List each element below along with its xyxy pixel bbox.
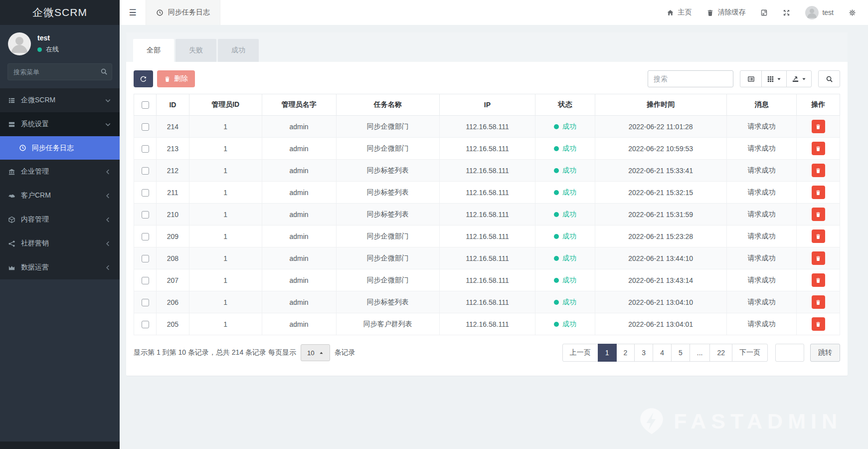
search-toggle-button[interactable] bbox=[818, 70, 840, 87]
row-delete-button[interactable] bbox=[812, 295, 825, 309]
jump-page-input[interactable] bbox=[775, 344, 804, 362]
server-icon bbox=[8, 121, 15, 128]
table-search-input[interactable] bbox=[648, 70, 733, 87]
row-checkbox[interactable] bbox=[142, 321, 149, 328]
row-checkbox[interactable] bbox=[142, 233, 149, 240]
watermark-text: FASTADMIN bbox=[674, 409, 842, 434]
page-size-dropdown[interactable]: 10 bbox=[301, 344, 330, 361]
row-delete-button[interactable] bbox=[812, 186, 825, 199]
cell-id: 209 bbox=[157, 225, 189, 247]
sidebar-item-system-settings[interactable]: 系统设置 bbox=[0, 112, 120, 136]
cell-admin-id: 1 bbox=[189, 160, 262, 182]
cell-admin-name: admin bbox=[262, 269, 336, 291]
row-checkbox[interactable] bbox=[142, 277, 149, 284]
row-checkbox[interactable] bbox=[142, 145, 149, 153]
language-button[interactable] bbox=[760, 9, 768, 16]
status-label: 成功 bbox=[562, 298, 576, 307]
refresh-button[interactable] bbox=[134, 70, 153, 87]
sidebar-item-community[interactable]: 社群营销 bbox=[0, 231, 120, 255]
brand-logo[interactable]: 企微SCRM bbox=[0, 0, 120, 25]
page-button[interactable]: 3 bbox=[634, 344, 653, 362]
trash-icon bbox=[706, 9, 714, 16]
cell-id: 206 bbox=[157, 291, 189, 313]
user-menu[interactable]: test bbox=[805, 6, 834, 19]
sidebar-item-enterprise[interactable]: 企业管理 bbox=[0, 160, 120, 184]
row-delete-button[interactable] bbox=[812, 208, 825, 221]
row-delete-button[interactable] bbox=[812, 273, 825, 287]
jump-button[interactable]: 跳转 bbox=[810, 344, 840, 362]
settings-button[interactable] bbox=[849, 9, 856, 16]
row-checkbox[interactable] bbox=[142, 211, 149, 219]
column-header-task[interactable]: 任务名称 bbox=[336, 94, 439, 116]
column-header-time[interactable]: 操作时间 bbox=[595, 94, 726, 116]
menu-search-input[interactable] bbox=[7, 63, 112, 80]
row-delete-button[interactable] bbox=[812, 317, 825, 331]
column-header-status[interactable]: 状态 bbox=[535, 94, 595, 116]
prev-page-button[interactable]: 上一页 bbox=[562, 344, 598, 362]
column-header-message[interactable]: 消息 bbox=[726, 94, 797, 116]
row-delete-button[interactable] bbox=[812, 251, 825, 265]
page-button[interactable]: 1 bbox=[598, 344, 617, 362]
grid-icon bbox=[767, 75, 774, 83]
toggle-view-button[interactable] bbox=[740, 70, 762, 87]
next-page-button[interactable]: 下一页 bbox=[732, 344, 768, 362]
main-content: 全部 失败 成功 删除 bbox=[120, 25, 868, 449]
panel-tabs: 全部 失败 成功 bbox=[126, 32, 848, 62]
row-delete-button[interactable] bbox=[812, 142, 825, 155]
sidebar-item-label: 客户CRM bbox=[21, 191, 99, 200]
column-header-admin-name[interactable]: 管理员名字 bbox=[262, 94, 336, 116]
column-header-admin-id[interactable]: 管理员ID bbox=[189, 94, 262, 116]
row-checkbox[interactable] bbox=[142, 123, 149, 131]
columns-button[interactable] bbox=[761, 70, 787, 87]
column-header-id[interactable]: ID bbox=[157, 94, 189, 116]
status-badge: 成功 bbox=[554, 232, 576, 241]
page-button[interactable]: 2 bbox=[616, 344, 635, 362]
trash-icon bbox=[815, 233, 821, 239]
tab-all[interactable]: 全部 bbox=[133, 39, 174, 62]
cell-task: 同步企微部门 bbox=[336, 247, 439, 269]
page-size-value: 10 bbox=[307, 349, 315, 357]
tab-failed[interactable]: 失败 bbox=[175, 39, 216, 62]
cell-ip: 112.16.58.111 bbox=[439, 116, 535, 138]
page-button[interactable]: 5 bbox=[671, 344, 690, 362]
sidebar-item-data-ops[interactable]: 数据运营 bbox=[0, 255, 120, 279]
row-checkbox[interactable] bbox=[142, 189, 149, 197]
row-delete-button[interactable] bbox=[812, 229, 825, 243]
sidebar: 企微SCRM test 在线 企微SCRM 系统设置 同步任务日志 bbox=[0, 0, 120, 449]
chevron-left-icon bbox=[104, 216, 112, 224]
select-all-checkbox[interactable] bbox=[142, 101, 149, 109]
tab-sync-task-log[interactable]: 同步任务日志 bbox=[146, 0, 220, 25]
sidebar-toggle-button[interactable]: ☰ bbox=[120, 0, 146, 25]
page-button[interactable]: 22 bbox=[709, 344, 732, 362]
sidebar-item-qiwei-scrm[interactable]: 企微SCRM bbox=[0, 88, 120, 112]
sidebar-item-content[interactable]: 内容管理 bbox=[0, 208, 120, 231]
cell-ip: 112.16.58.111 bbox=[439, 204, 535, 225]
row-checkbox[interactable] bbox=[142, 299, 149, 306]
row-checkbox[interactable] bbox=[142, 167, 149, 175]
cell-message: 请求成功 bbox=[726, 138, 797, 160]
table-row: 209 1 admin 同步企微部门 112.16.58.111 成功 2022… bbox=[134, 225, 840, 247]
sidebar-item-sync-task-log[interactable]: 同步任务日志 bbox=[0, 136, 120, 160]
sidebar-item-customer-crm[interactable]: 客户CRM bbox=[0, 184, 120, 208]
user-status: 在线 bbox=[37, 45, 59, 54]
row-checkbox[interactable] bbox=[142, 255, 149, 262]
clear-cache-link[interactable]: 清除缓存 bbox=[706, 8, 745, 17]
cell-admin-name: admin bbox=[262, 313, 336, 335]
fullscreen-button[interactable] bbox=[783, 9, 790, 16]
status-badge: 成功 bbox=[554, 144, 576, 153]
select-all-cell bbox=[134, 94, 157, 116]
column-header-ip[interactable]: IP bbox=[439, 94, 535, 116]
delete-button[interactable]: 删除 bbox=[157, 70, 195, 87]
export-button[interactable] bbox=[786, 70, 812, 87]
row-delete-button[interactable] bbox=[812, 120, 825, 133]
column-header-actions[interactable]: 操作 bbox=[797, 94, 840, 116]
page-button[interactable]: 4 bbox=[653, 344, 672, 362]
table-row: 207 1 admin 同步企微部门 112.16.58.111 成功 2022… bbox=[134, 269, 840, 291]
chevron-left-icon bbox=[104, 168, 112, 176]
tab-success[interactable]: 成功 bbox=[218, 39, 259, 62]
cell-actions bbox=[797, 160, 840, 182]
th-list-icon bbox=[8, 97, 15, 104]
home-link[interactable]: 主页 bbox=[667, 8, 692, 17]
toolbar-right bbox=[648, 70, 840, 87]
row-delete-button[interactable] bbox=[812, 164, 825, 177]
